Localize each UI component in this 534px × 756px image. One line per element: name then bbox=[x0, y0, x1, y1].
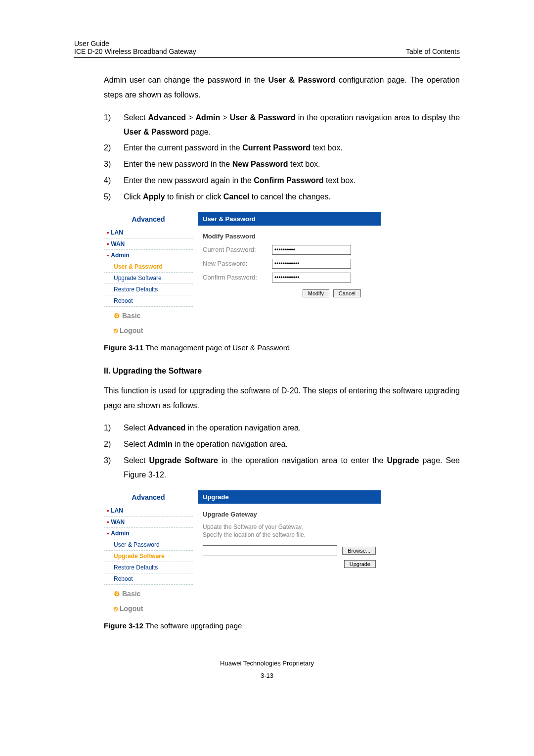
header-right: Table of Contents bbox=[406, 47, 460, 55]
bullet-icon: ▪ bbox=[107, 229, 109, 236]
nav-basic[interactable]: ⚙Basic bbox=[104, 585, 193, 600]
panel-header-bar: Upgrade bbox=[198, 490, 381, 504]
step-number: 1) bbox=[104, 111, 124, 140]
nav-wan[interactable]: ▪WAN bbox=[104, 517, 193, 528]
browse-button[interactable]: Browse... bbox=[342, 547, 376, 555]
header-subtitle: ICE D-20 Wireless Broadband Gateway bbox=[74, 47, 196, 55]
nav-title: Advanced bbox=[104, 490, 193, 505]
nav-upgrade-software[interactable]: Upgrade Software bbox=[104, 551, 193, 562]
step-item: 1)Select Advanced in the operation navig… bbox=[104, 421, 460, 435]
screenshot-upgrade: Advanced ▪LAN ▪WAN ▪Admin User & Passwor… bbox=[104, 490, 381, 614]
confirm-password-input[interactable] bbox=[272, 273, 351, 283]
step-number: 3) bbox=[104, 454, 124, 482]
nav-title: Advanced bbox=[104, 212, 193, 227]
gear-icon: ⚙ bbox=[114, 590, 120, 598]
nav-upgrade-software[interactable]: Upgrade Software bbox=[104, 273, 193, 284]
nav-reboot[interactable]: Reboot bbox=[104, 295, 193, 307]
nav-restore-defaults[interactable]: Restore Defaults bbox=[104, 284, 193, 295]
page-footer: Huawei Technologies Proprietary 3-13 bbox=[74, 660, 460, 679]
gear-icon: ⚙ bbox=[114, 312, 120, 320]
step-text: Select Advanced > Admin > User & Passwor… bbox=[124, 111, 460, 140]
step-text: Select Advanced in the operation navigat… bbox=[124, 421, 460, 435]
step-text: Click Apply to finish or click Cancel to… bbox=[124, 190, 460, 204]
intro-paragraph: Admin user can change the password in th… bbox=[104, 73, 460, 103]
steps-list-1: 1)Select Advanced > Admin > User & Passw… bbox=[104, 111, 460, 204]
bullet-icon: ▪ bbox=[107, 519, 109, 525]
bullet-icon: ▪ bbox=[107, 240, 109, 247]
header-title: User Guide bbox=[74, 40, 196, 47]
new-password-input[interactable] bbox=[272, 259, 351, 269]
nav-admin[interactable]: ▪Admin bbox=[104, 528, 193, 539]
step-number: 2) bbox=[104, 437, 124, 452]
step-item: 1)Select Advanced > Admin > User & Passw… bbox=[104, 111, 460, 140]
nav-wan[interactable]: ▪WAN bbox=[104, 238, 193, 250]
current-password-input[interactable] bbox=[272, 245, 351, 255]
logout-icon: ⎋ bbox=[114, 327, 118, 334]
file-path-input[interactable] bbox=[203, 545, 337, 556]
step-item: 2)Enter the current password in the Curr… bbox=[104, 141, 460, 155]
nav-user-password[interactable]: User & Password bbox=[104, 261, 193, 273]
nav-lan[interactable]: ▪LAN bbox=[104, 227, 193, 238]
logout-icon: ⎋ bbox=[114, 605, 118, 613]
nav-restore-defaults[interactable]: Restore Defaults bbox=[104, 562, 193, 573]
nav-user-password[interactable]: User & Password bbox=[104, 539, 193, 551]
step-item: 4)Enter the new password again in the Co… bbox=[104, 174, 460, 188]
panel-header-bar: User & Password bbox=[198, 212, 381, 226]
header-rule bbox=[74, 57, 460, 58]
page-number: 3-13 bbox=[74, 672, 460, 679]
bullet-icon: ▪ bbox=[107, 507, 109, 514]
nav-lan[interactable]: ▪LAN bbox=[104, 505, 193, 517]
section-2-heading: II. Upgrading the Software bbox=[104, 367, 460, 376]
screenshot-user-password: Advanced ▪LAN ▪WAN ▪Admin User & Passwor… bbox=[104, 212, 381, 336]
figure-3-11-caption: Figure 3-11 The management page of User … bbox=[104, 343, 460, 352]
panel-title: Modify Password bbox=[203, 233, 376, 240]
step-item: 3)Enter the new password in the New Pass… bbox=[104, 157, 460, 172]
step-text: Enter the current password in the Curren… bbox=[124, 141, 460, 155]
upgrade-button[interactable]: Upgrade bbox=[344, 560, 376, 568]
footer-text: Huawei Technologies Proprietary bbox=[74, 660, 460, 667]
nav-reboot[interactable]: Reboot bbox=[104, 573, 193, 585]
step-text: Enter the new password again in the Conf… bbox=[124, 174, 460, 188]
modify-button[interactable]: Modify bbox=[303, 289, 329, 297]
nav-sidebar: Advanced ▪LAN ▪WAN ▪Admin User & Passwor… bbox=[104, 490, 193, 614]
section-2-paragraph: This function is used for upgrading the … bbox=[104, 383, 460, 414]
step-item: 5)Click Apply to finish or click Cancel … bbox=[104, 190, 460, 204]
step-text: Select Admin in the operation navigation… bbox=[124, 437, 460, 452]
panel-desc-line2: Specify the location of the software fil… bbox=[203, 531, 376, 539]
bullet-icon: ▪ bbox=[107, 530, 109, 537]
step-text: Select Upgrade Software in the operation… bbox=[124, 454, 460, 482]
page-header: User Guide ICE D-20 Wireless Broadband G… bbox=[74, 40, 460, 55]
step-number: 5) bbox=[104, 190, 124, 204]
nav-sidebar: Advanced ▪LAN ▪WAN ▪Admin User & Passwor… bbox=[104, 212, 193, 336]
step-text: Enter the new password in the New Passwo… bbox=[124, 157, 460, 172]
step-number: 3) bbox=[104, 157, 124, 172]
nav-logout[interactable]: ⎋Logout bbox=[104, 322, 193, 336]
nav-logout[interactable]: ⎋Logout bbox=[104, 600, 193, 614]
step-number: 4) bbox=[104, 174, 124, 188]
nav-basic[interactable]: ⚙Basic bbox=[104, 307, 193, 322]
steps-list-2: 1)Select Advanced in the operation navig… bbox=[104, 421, 460, 482]
cancel-button[interactable]: Cancel bbox=[333, 289, 361, 297]
step-number: 2) bbox=[104, 141, 124, 155]
panel-desc-line1: Update the Software of your Gateway. bbox=[203, 523, 376, 531]
figure-3-12-caption: Figure 3-12 The software upgrading page bbox=[104, 621, 460, 630]
step-number: 1) bbox=[104, 421, 124, 435]
label-new-password: New Password: bbox=[203, 260, 272, 267]
label-confirm-password: Confirm Password: bbox=[203, 274, 272, 281]
bullet-icon: ▪ bbox=[107, 252, 109, 259]
label-current-password: Current Password: bbox=[203, 246, 272, 253]
step-item: 2)Select Admin in the operation navigati… bbox=[104, 437, 460, 452]
panel-title: Upgrade Gateway bbox=[203, 511, 376, 518]
nav-admin[interactable]: ▪Admin bbox=[104, 250, 193, 261]
step-item: 3)Select Upgrade Software in the operati… bbox=[104, 454, 460, 482]
